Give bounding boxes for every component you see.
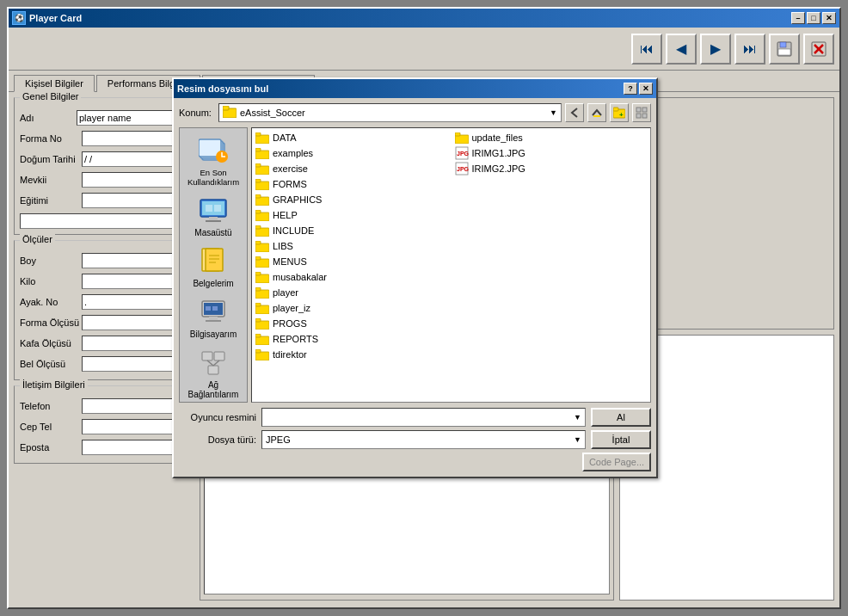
svg-rect-45 (255, 148, 261, 151)
dialog-toolbar: Konum: eAssist_Soccer ▼ (179, 103, 651, 122)
olculer-group: Ölçüler Boy Kilo Ayak. No Forma Ölçüsü (14, 240, 194, 380)
sidebar-recent[interactable]: En Son Kullandıklarım (181, 132, 246, 190)
dialog-title: Resim dosyasını bul (177, 83, 268, 94)
svg-rect-59 (255, 256, 261, 260)
svg-rect-48 (255, 182, 269, 190)
sidebar-documents[interactable]: Belgelerim (181, 243, 246, 292)
save-btn[interactable] (769, 34, 800, 65)
dialog-title-buttons: ? ✕ (624, 83, 653, 95)
konum-combo[interactable]: eAssist_Soccer ▼ (218, 103, 562, 122)
file-item-update-files[interactable]: update_files (453, 130, 649, 145)
dialog-close-btn[interactable]: ✕ (639, 83, 653, 95)
computer-icon (198, 297, 229, 328)
folder-icon-update-files (455, 131, 469, 145)
sidebar-network[interactable]: Ağ Bağlantılarım (181, 344, 246, 403)
file-item-INCLUDE[interactable]: INCLUDE (254, 223, 450, 238)
code-page-row: Code Page... (179, 453, 651, 471)
olculer-title: Ölçüler (20, 234, 55, 244)
svg-rect-50 (255, 197, 269, 206)
folder-icon-PROGS (255, 317, 269, 330)
oyuncu-resmi-arrow: ▼ (574, 413, 581, 422)
left-file-column: DATA examples exercise (254, 130, 450, 362)
window-icon: ⚽ (12, 11, 26, 25)
desktop-icon (198, 195, 229, 226)
al-btn[interactable]: Al (591, 408, 651, 427)
file-item-GRAPHICS[interactable]: GRAPHICS (254, 192, 450, 207)
svg-rect-7 (223, 106, 229, 110)
folder-icon-musabakalar (255, 270, 269, 284)
sidebar-computer[interactable]: Bilgisayarım (181, 293, 246, 342)
folder-icon-INCLUDE (255, 224, 269, 237)
egitimi-extra-input[interactable] (20, 213, 188, 229)
adi-label: Adı (20, 113, 77, 123)
bel-olcusu-row: Bel Ölçüsü (20, 356, 188, 372)
svg-rect-13 (642, 108, 647, 112)
network-icon (198, 348, 229, 379)
file-list[interactable]: DATA examples exercise (251, 127, 651, 403)
tab-kisisel[interactable]: Kişisel Bilgiler (14, 75, 95, 92)
dialog-title-bar: Resim dosyasını bul ? ✕ (174, 79, 656, 98)
svg-rect-22 (209, 217, 218, 220)
nav-back-btn[interactable] (565, 103, 584, 122)
folder-combo-icon (223, 106, 237, 118)
sidebar-desktop[interactable]: Masaüstü (181, 192, 246, 241)
view-btn[interactable] (632, 103, 651, 122)
dosya-turu-value: JPEG (266, 434, 291, 445)
dialog-main: En Son Kullandıklarım Mas (179, 127, 651, 403)
file-item-LIBS[interactable]: LIBS (254, 238, 450, 254)
svg-rect-52 (255, 213, 269, 221)
file-item-musabakalar[interactable]: musabakalar (254, 269, 450, 285)
file-item-REPORTS[interactable]: REPORTS (254, 331, 450, 347)
svg-rect-35 (206, 306, 211, 311)
first-btn[interactable]: ⏮ (631, 34, 662, 65)
boy-row: Boy (20, 253, 188, 268)
file-item-DATA[interactable]: DATA (254, 130, 450, 145)
oyuncu-resmi-label: Oyuncu resmini (179, 412, 256, 422)
oyuncu-resmi-combo[interactable]: ▼ (261, 408, 586, 427)
file-item-HELP[interactable]: HELP (254, 207, 450, 223)
file-item-MENUS[interactable]: MENUS (254, 254, 450, 269)
boy-label: Boy (20, 256, 82, 266)
file-item-tdirektor[interactable]: tdirektor (254, 347, 450, 362)
file-item-exercise[interactable]: exercise (254, 161, 450, 176)
nav-up-btn[interactable] (587, 103, 606, 122)
file-item-irimg1[interactable]: JPG IRIMG1.JPG (453, 145, 649, 161)
toolbar: ⏮ ◀ ▶ ⏭ (9, 28, 839, 71)
file-item-player-iz[interactable]: player_iz (254, 300, 450, 316)
new-folder-btn[interactable]: + (610, 103, 629, 122)
maximize-btn[interactable]: □ (807, 12, 820, 24)
svg-rect-46 (255, 166, 269, 175)
svg-rect-71 (255, 349, 261, 353)
play-btn[interactable]: ▶ (700, 34, 731, 65)
nav-back-icon (568, 107, 581, 119)
dogum-tarihi-row: Doğum Tarihi (20, 151, 188, 167)
exit-btn[interactable] (803, 34, 834, 65)
file-item-FORMS[interactable]: FORMS (254, 176, 450, 192)
svg-rect-44 (255, 151, 269, 159)
file-item-irimg2[interactable]: JPG IRIMG2.JPG (453, 161, 649, 176)
file-item-player[interactable]: player (254, 285, 450, 300)
dialog-body: Konum: eAssist_Soccer ▼ (174, 98, 656, 477)
svg-text:JPG: JPG (457, 166, 469, 172)
dosya-turu-combo[interactable]: JPEG ▼ (261, 430, 586, 449)
code-page-btn[interactable]: Code Page... (582, 453, 651, 471)
svg-rect-70 (255, 352, 269, 360)
minimize-btn[interactable]: – (791, 12, 805, 24)
file-item-examples[interactable]: examples (254, 145, 450, 161)
svg-rect-58 (255, 259, 269, 268)
close-btn[interactable]: ✕ (822, 12, 836, 24)
svg-rect-38 (214, 352, 224, 360)
last-btn[interactable]: ⏭ (734, 34, 765, 65)
svg-rect-63 (255, 287, 261, 291)
genel-bilgiler-title: Genel Bilgiler (20, 91, 81, 102)
svg-rect-10 (613, 108, 618, 111)
iptal-btn[interactable]: İptal (591, 430, 651, 449)
prev-btn[interactable]: ◀ (666, 34, 697, 65)
file-item-PROGS[interactable]: PROGS (254, 316, 450, 331)
ayak-no-label: Ayak. No (20, 297, 82, 307)
documents-icon (198, 246, 229, 277)
svg-rect-54 (255, 228, 269, 237)
svg-rect-15 (642, 114, 647, 118)
dialog-help-btn[interactable]: ? (624, 83, 637, 95)
svg-rect-21 (202, 201, 224, 215)
